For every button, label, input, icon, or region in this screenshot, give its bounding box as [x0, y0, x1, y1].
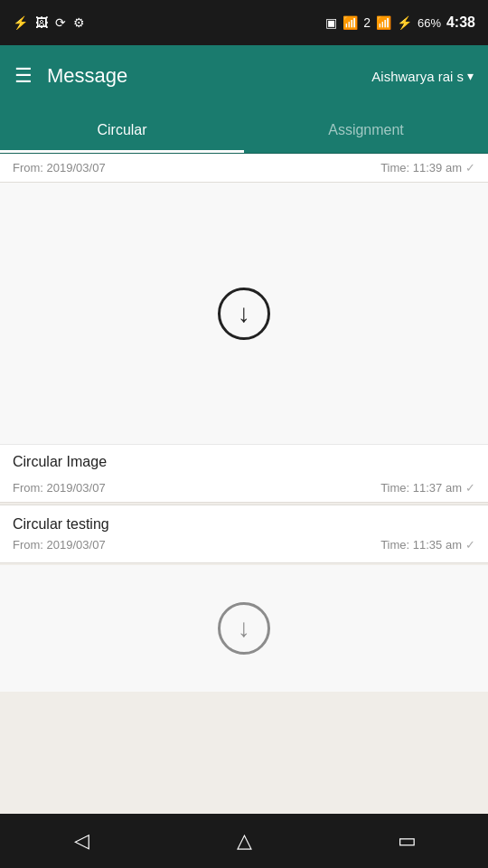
status-left: ⚡ 🖼 ⟳ ⚙ [13, 15, 85, 30]
list-item[interactable]: Circular testing From: 2019/03/07 Time: … [0, 505, 488, 563]
usb-icon: ⚡ [13, 15, 28, 30]
app-title: Message [47, 64, 127, 88]
image-icon: 🖼 [35, 15, 48, 30]
message-meta: From: 2019/03/07 Time: 11:37 am ✓ [0, 474, 488, 503]
download-icon: ↓ [238, 301, 250, 326]
message-image-area: ↓ [0, 183, 488, 445]
tab-assignment[interactable]: Assignment [244, 107, 488, 153]
download-icon: ↓ [238, 616, 250, 641]
read-check-icon: ✓ [465, 538, 475, 552]
tab-circular-label: Circular [97, 122, 146, 138]
message-time: Time: 11:39 am ✓ [380, 161, 475, 175]
header-left: ☰ Message [14, 64, 127, 88]
vibrate-icon: ▣ [325, 15, 337, 30]
message-time: Time: 11:35 am ✓ [380, 538, 475, 552]
message-image-area: ↓ [0, 565, 488, 692]
download-button[interactable]: ↓ [218, 288, 270, 340]
back-icon: ◁ [74, 829, 89, 853]
tab-bar: Circular Assignment [0, 107, 488, 154]
read-check-icon: ✓ [465, 481, 475, 495]
signal-icon: 📶 [376, 15, 391, 30]
message-from: From: 2019/03/07 [13, 481, 106, 495]
chevron-down-icon: ▾ [467, 69, 474, 83]
home-button[interactable]: △ [217, 823, 271, 859]
message-meta: From: 2019/03/07 Time: 11:35 am ✓ [13, 538, 475, 552]
message-time: Time: 11:37 am ✓ [380, 481, 475, 495]
status-right: ▣ 📶 2 📶 ⚡ 66% 4:38 [325, 14, 475, 31]
notification-count: 2 [363, 15, 371, 30]
download-button[interactable]: ↓ [218, 602, 270, 655]
home-icon: △ [237, 829, 252, 853]
list-item[interactable]: ↓ [0, 565, 488, 692]
recents-icon: ▭ [398, 829, 417, 853]
list-item: From: 2019/03/07 Time: 11:39 am ✓ [0, 154, 488, 183]
recents-button[interactable]: ▭ [380, 823, 434, 859]
battery-percent: 66% [418, 16, 441, 30]
app-header: ☰ Message Aishwarya rai s ▾ [0, 45, 488, 107]
status-time: 4:38 [446, 14, 475, 31]
tab-circular[interactable]: Circular [0, 107, 244, 153]
message-list: From: 2019/03/07 Time: 11:39 am ✓ ↓ Circ… [0, 154, 488, 814]
tab-assignment-label: Assignment [328, 122, 404, 138]
message-from: From: 2019/03/07 [13, 538, 106, 552]
wifi-icon: 📶 [343, 15, 358, 30]
message-title: Circular Image [0, 445, 488, 474]
message-from: From: 2019/03/07 [13, 161, 106, 175]
status-bar: ⚡ 🖼 ⟳ ⚙ ▣ 📶 2 📶 ⚡ 66% 4:38 [0, 0, 488, 45]
user-profile[interactable]: Aishwarya rai s ▾ [371, 69, 474, 84]
nav-bar: ◁ △ ▭ [0, 814, 488, 868]
read-check-icon: ✓ [465, 161, 475, 175]
menu-icon[interactable]: ☰ [14, 64, 33, 88]
list-item[interactable]: ↓ Circular Image From: 2019/03/07 Time: … [0, 183, 488, 503]
android-icon: ⚙ [73, 15, 85, 30]
username-label: Aishwarya rai s [371, 69, 464, 84]
battery-icon: ⚡ [397, 15, 412, 30]
message-title: Circular testing [13, 516, 475, 533]
sync-icon: ⟳ [55, 15, 66, 30]
back-button[interactable]: ◁ [54, 823, 108, 859]
